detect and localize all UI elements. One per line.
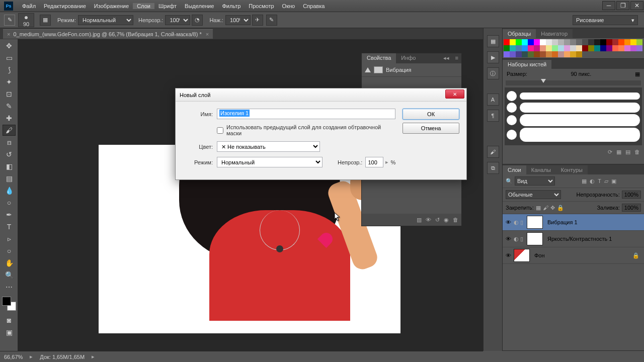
swatch-color[interactable] [618, 45, 624, 51]
navigator-tab[interactable]: Навигатор [536, 29, 573, 38]
eyedropper-tool[interactable]: ✎ [3, 101, 16, 112]
menu-окно[interactable]: Окно [278, 3, 299, 9]
swatch-color[interactable] [516, 51, 522, 57]
swatch-color[interactable] [636, 39, 642, 45]
brush-preview[interactable]: ●90 [18, 13, 34, 27]
layer-name-input[interactable]: Изогелия 1 [217, 109, 395, 119]
swatch-color[interactable] [522, 39, 528, 45]
channels-tab[interactable]: Каналы [526, 165, 556, 174]
move-tool[interactable]: ✥ [3, 40, 16, 51]
menu-выделение[interactable]: Выделение [181, 3, 218, 9]
layer-color-select[interactable]: ✕ Не показывать [217, 141, 320, 152]
filter-adjust-icon[interactable]: ◐ [590, 178, 595, 185]
layer-name[interactable]: Яркость/Контрастность 1 [544, 236, 612, 242]
swatch-color[interactable] [582, 39, 588, 45]
blend-mode-select[interactable]: Нормальный [78, 15, 133, 25]
airbrush-icon[interactable]: ✈ [252, 15, 263, 26]
swatch-color[interactable] [522, 45, 528, 51]
swatch-color[interactable] [630, 45, 636, 51]
menu-слои[interactable]: Слои [133, 3, 154, 9]
clipping-mask-checkbox[interactable] [217, 127, 223, 134]
lock-all-icon[interactable]: 🔒 [557, 205, 564, 211]
tab-close-icon[interactable]: × [206, 31, 209, 37]
dialog-close-button[interactable]: ✕ [445, 89, 464, 99]
clone-dock-icon[interactable]: ⧉ [487, 162, 499, 174]
maximize-button[interactable]: ❐ [616, 1, 629, 10]
swatch-color[interactable] [522, 51, 528, 57]
brush-preset-item[interactable] [507, 103, 640, 113]
menu-шрифт[interactable]: Шрифт [154, 3, 181, 9]
layer-row[interactable]: 👁◐▯Яркость/Контрастность 1 [503, 231, 644, 247]
character-dock-icon[interactable]: A [487, 94, 499, 106]
menu-просмотр[interactable]: Просмотр [245, 3, 278, 9]
swatch-color[interactable] [534, 51, 540, 57]
brush-panel-toggle[interactable]: ▦ [40, 15, 51, 26]
swatch-color[interactable] [510, 45, 516, 51]
opacity-pressure-icon[interactable]: ◔ [192, 15, 203, 26]
swatch-color[interactable] [546, 45, 552, 51]
swatch-color[interactable] [606, 39, 612, 45]
layer-filter-select[interactable]: Вид [515, 176, 555, 186]
lock-pixels-icon[interactable]: 🖌 [543, 205, 548, 211]
document-info[interactable]: Док: 1,65M/1,65M [40, 354, 85, 360]
swatch-color[interactable] [600, 45, 606, 51]
save-brush-icon[interactable]: ▤ [625, 149, 630, 155]
filter-pixel-icon[interactable]: ▦ [582, 178, 587, 185]
reset-icon[interactable]: ↺ [435, 217, 440, 223]
panel-menu-icon[interactable]: ≡ [452, 53, 461, 63]
document-tab[interactable]: × 0_medium_(www.GdeFon.com).jpg @ 66,7% … [3, 29, 213, 39]
swatch-color[interactable] [588, 45, 594, 51]
opacity-stepper-icon[interactable]: ▸ [385, 159, 388, 165]
swatch-color[interactable] [552, 39, 558, 45]
opacity-select[interactable]: 100% [165, 15, 190, 25]
tablet-pressure-icon[interactable]: ✎ [266, 15, 277, 26]
shape-tool[interactable]: ○ [3, 245, 16, 256]
path-selection-tool[interactable]: ▹ [3, 233, 16, 244]
layer-row[interactable]: 👁◐▯Вибрация 1 [503, 214, 644, 231]
dodge-tool[interactable]: ○ [3, 197, 16, 208]
lasso-tool[interactable]: ⟆ [3, 64, 16, 75]
swatch-color[interactable] [540, 45, 546, 51]
new-brush-icon[interactable]: ▦ [616, 149, 621, 155]
filter-type-icon[interactable]: T [598, 178, 601, 185]
pen-tool[interactable]: ✒ [3, 209, 16, 220]
swatch-color[interactable] [576, 39, 582, 45]
panel-collapse-icon[interactable]: ◂◂ [440, 53, 452, 63]
swatch-color[interactable] [564, 39, 570, 45]
brush-preset-item[interactable] [507, 128, 640, 142]
swatch-color[interactable] [576, 45, 582, 51]
menu-изображение[interactable]: Изображение [90, 3, 133, 9]
close-window-button[interactable]: ✕ [630, 1, 643, 10]
brush-preset-item[interactable] [507, 91, 640, 101]
history-dock-icon[interactable]: ▦ [487, 35, 499, 47]
zoom-tool[interactable]: 🔍 [3, 269, 16, 281]
swatch-color[interactable] [528, 51, 534, 57]
layer-name[interactable]: Вибрация 1 [544, 219, 578, 225]
mask-icon[interactable] [374, 66, 383, 73]
properties-tab[interactable]: Свойства [362, 53, 396, 63]
flow-select[interactable]: 100% [225, 15, 251, 25]
foreground-color[interactable] [2, 297, 11, 306]
swatch-color[interactable] [624, 39, 630, 45]
swatch-color[interactable] [564, 51, 570, 57]
status-icon[interactable]: ▸ [30, 353, 33, 360]
fill-value[interactable]: 100% [622, 204, 641, 212]
swatch-color[interactable] [606, 45, 612, 51]
paragraph-dock-icon[interactable]: ¶ [487, 110, 499, 122]
history-brush-tool[interactable]: ↺ [3, 149, 16, 160]
actions-dock-icon[interactable]: ▶ [487, 51, 499, 63]
layer-mode-select[interactable]: Нормальный [217, 157, 323, 167]
swatch-color[interactable] [510, 51, 516, 57]
mask-thumbnail[interactable] [527, 232, 543, 245]
swatch-color[interactable] [510, 39, 516, 45]
stamp-tool[interactable]: ⧈ [3, 137, 16, 148]
swatch-grid[interactable] [503, 38, 644, 58]
swatch-color[interactable] [528, 45, 534, 51]
clip-adjustment-icon[interactable]: ▥ [417, 217, 422, 223]
healing-brush-tool[interactable]: ✚ [3, 113, 16, 124]
swatch-color[interactable] [618, 39, 624, 45]
hand-tool[interactable]: ✋ [3, 257, 16, 268]
zoom-level[interactable]: 66,67% [4, 354, 23, 360]
swatch-color[interactable] [558, 45, 564, 51]
type-tool[interactable]: T [3, 221, 16, 232]
